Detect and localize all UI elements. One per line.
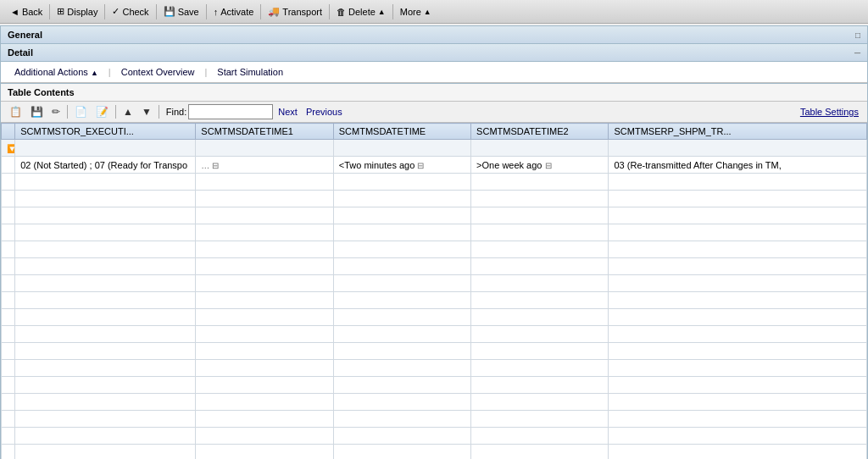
row1-col4: >One week ago ⊟	[471, 157, 609, 174]
transport-button[interactable]: 🚚 Transport	[263, 4, 327, 19]
filter-row: 🔽	[2, 140, 867, 157]
row1-col3-icon[interactable]: ⊟	[417, 161, 424, 170]
context-overview-btn[interactable]: Context Overview	[114, 65, 202, 79]
table-sep3	[159, 105, 159, 119]
table-title: Table Contents	[1, 84, 867, 102]
general-section-header[interactable]: General □	[0, 25, 868, 44]
table-row	[2, 343, 867, 360]
detail-sep1: |	[108, 67, 111, 77]
table-row	[2, 326, 867, 343]
table-move-up-btn[interactable]: ▲	[120, 104, 136, 119]
detail-sep2: |	[205, 67, 208, 77]
transport-icon: 🚚	[268, 6, 280, 17]
detail-section: Additional Actions ▲ | Context Overview …	[0, 62, 868, 84]
table-row	[2, 191, 867, 207]
save-icon: 💾	[164, 6, 175, 17]
sep3	[156, 4, 157, 19]
row1-selector	[2, 157, 15, 174]
save-button[interactable]: 💾 Save	[159, 4, 204, 19]
filter-col3	[333, 140, 470, 157]
table-row: 02 (Not Started) ; 07 (Ready for Transpo…	[2, 157, 867, 174]
table-row	[2, 207, 867, 224]
table-sep1	[67, 105, 68, 119]
main-toolbar: ◄ Back ⊞ Display ✓ Check 💾 Save ↑ Activa…	[0, 0, 868, 24]
table-paste-btn[interactable]: 📄	[71, 104, 91, 119]
table-move-down-btn[interactable]: ▼	[138, 104, 155, 119]
row1-col4-icon[interactable]: ⊟	[545, 161, 552, 170]
filter-icon[interactable]: 🔽	[7, 143, 15, 153]
sep1	[49, 4, 50, 19]
table-sep2	[115, 105, 116, 119]
table-section: Table Contents 📋 💾 ✏ 📄 📝 ▲ ▼ Find: Next …	[0, 84, 868, 459]
table-head: SCMTMSTOR_EXECUTI... SCMTMSDATETIME1 SCM…	[2, 124, 867, 140]
filter-col1	[15, 140, 196, 157]
col2-header[interactable]: SCMTMSDATETIME1	[196, 124, 333, 140]
filter-col2	[196, 140, 333, 157]
table-toolbar: 📋 💾 ✏ 📄 📝 ▲ ▼ Find: Next Previous Table …	[1, 102, 867, 123]
col3-header[interactable]: SCMTMSDATETIME	[333, 124, 470, 140]
find-next-btn[interactable]: Next	[275, 106, 301, 118]
table-copy-btn[interactable]: 📋	[6, 104, 25, 119]
table-new-btn[interactable]: 📝	[92, 104, 112, 119]
find-label: Find:	[166, 107, 186, 117]
sep6	[329, 4, 330, 19]
delete-icon: 🗑	[337, 7, 346, 17]
delete-arrow-icon: ▲	[378, 8, 386, 16]
additional-actions-arrow-icon: ▲	[91, 69, 98, 77]
back-icon: ◄	[10, 7, 19, 17]
delete-button[interactable]: 🗑 Delete ▲	[331, 5, 391, 19]
table-row	[2, 377, 867, 394]
table-row	[2, 309, 867, 326]
row1-col3: <Two minutes ago ⊟	[333, 157, 470, 174]
display-icon: ⊞	[57, 6, 64, 17]
table-header-row: SCMTMSTOR_EXECUTI... SCMTMSDATETIME1 SCM…	[2, 124, 867, 140]
detail-label: Detail	[8, 47, 33, 58]
detail-collapse-icon: ─	[854, 48, 860, 58]
table-row	[2, 241, 867, 258]
table-row	[2, 411, 867, 428]
table-edit-btn[interactable]: ✏	[48, 104, 64, 119]
table-body: 🔽 02 (Not Started) ; 07 (Ready for Trans…	[2, 140, 867, 460]
table-row	[2, 360, 867, 377]
find-previous-btn[interactable]: Previous	[303, 106, 346, 118]
table-row	[2, 292, 867, 309]
selector-col-header	[2, 124, 15, 140]
main-container: General □ Detail ─ Additional Actions ▲ …	[0, 24, 868, 459]
col5-header[interactable]: SCMTMSERP_SHPM_TR...	[609, 124, 867, 140]
table-row	[2, 428, 867, 445]
filter-col4	[471, 140, 609, 157]
back-button[interactable]: ◄ Back	[5, 5, 47, 19]
filter-selector: 🔽	[2, 140, 15, 157]
additional-actions-btn[interactable]: Additional Actions ▲	[8, 65, 105, 79]
find-input[interactable]	[188, 104, 273, 119]
more-button[interactable]: More ▲	[395, 5, 437, 19]
table-row	[2, 445, 867, 460]
table-save-btn[interactable]: 💾	[27, 104, 47, 119]
row1-col2-icon[interactable]: … ⊟	[201, 161, 219, 170]
row1-col5: 03 (Re-transmitted After Changes in TM,	[609, 157, 867, 174]
row1-col2: … ⊟	[196, 157, 333, 174]
sep2	[104, 4, 105, 19]
data-table: SCMTMSTOR_EXECUTI... SCMTMSDATETIME1 SCM…	[1, 123, 867, 459]
general-collapse-icon: □	[855, 30, 860, 40]
table-settings-btn[interactable]: Table Settings	[797, 106, 862, 118]
filter-col5	[609, 140, 867, 157]
table-row	[2, 394, 867, 411]
table-scroll-area[interactable]: SCMTMSTOR_EXECUTI... SCMTMSDATETIME1 SCM…	[1, 123, 867, 459]
check-icon: ✓	[112, 6, 120, 17]
table-row	[2, 275, 867, 292]
table-row	[2, 258, 867, 275]
col4-header[interactable]: SCMTMSDATETIME2	[471, 124, 609, 140]
display-button[interactable]: ⊞ Display	[52, 4, 103, 19]
start-simulation-btn[interactable]: Start Simulation	[210, 65, 290, 79]
activate-button[interactable]: ↑ Activate	[209, 5, 259, 19]
sep4	[206, 4, 207, 19]
col1-header[interactable]: SCMTMSTOR_EXECUTI...	[15, 124, 196, 140]
detail-section-header[interactable]: Detail ─	[0, 44, 868, 62]
general-label: General	[8, 30, 42, 40]
detail-toolbar: Additional Actions ▲ | Context Overview …	[1, 62, 867, 83]
activate-icon: ↑	[214, 7, 219, 17]
check-button[interactable]: ✓ Check	[107, 4, 153, 19]
table-row	[2, 174, 867, 191]
sep5	[260, 4, 261, 19]
